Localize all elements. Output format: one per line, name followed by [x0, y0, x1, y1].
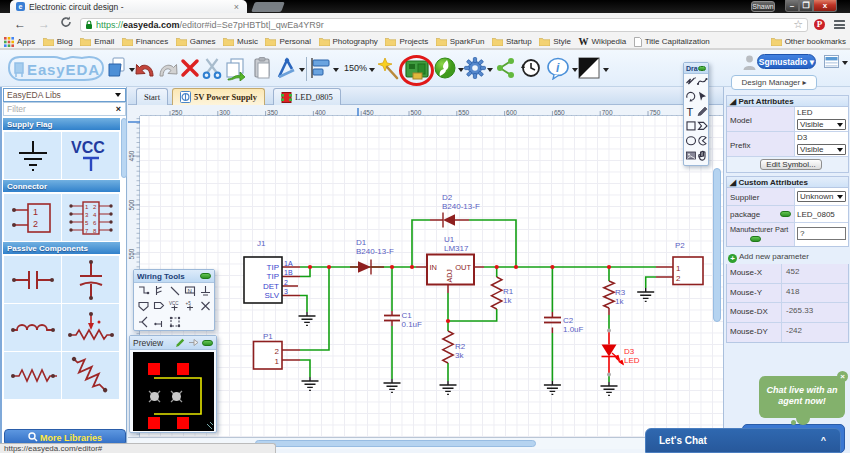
library-section-header[interactable]: Passive Components: [3, 241, 120, 255]
bookmark-item[interactable]: Email: [80, 36, 114, 47]
prefix-value-input[interactable]: D3: [797, 133, 846, 144]
filter-clear-icon[interactable]: ×: [116, 103, 121, 115]
bookmark-item[interactable]: Games: [176, 36, 216, 47]
window-minimize-button[interactable]: –: [785, 0, 799, 12]
library-item-resistor-diag[interactable]: [62, 352, 119, 399]
wizard-wand-icon[interactable]: [377, 57, 400, 80]
cut-icon[interactable]: [202, 57, 222, 79]
drawing-tool-polygon-icon[interactable]: [699, 122, 708, 129]
library-section-header[interactable]: Supply Flag: [3, 117, 120, 131]
wiring-tool-bus-entry-icon[interactable]: [171, 287, 179, 295]
sidebar-scrollbar-thumb[interactable]: [121, 118, 127, 178]
drawing-tool-caret[interactable]: [299, 68, 305, 72]
forward-icon[interactable]: →: [36, 16, 52, 32]
history-icon[interactable]: [520, 57, 542, 79]
drawing-tools-minimize-icon[interactable]: [698, 66, 706, 71]
bookmark-item[interactable]: Blog: [43, 36, 73, 47]
settings-caret[interactable]: [487, 68, 493, 72]
bookmark-item[interactable]: Personal: [265, 36, 311, 47]
align-caret[interactable]: [333, 68, 339, 72]
add-new-parameter[interactable]: +Add new parameter: [728, 252, 848, 263]
new-tab-button[interactable]: [251, 2, 285, 12]
settings-gear-icon[interactable]: [464, 57, 486, 79]
wiring-tool-junction-icon[interactable]: [154, 321, 161, 327]
model-value-input[interactable]: LED: [797, 108, 846, 119]
drawing-tools-titlebar[interactable]: Dra...: [684, 63, 708, 74]
library-item-inductor[interactable]: [4, 304, 61, 351]
pinterest-extension-icon[interactable]: P: [814, 19, 825, 30]
library-item-conn8[interactable]: 12345678: [62, 194, 119, 241]
wiring-tool-vcc-flag-icon[interactable]: VCC: [169, 301, 179, 311]
zoom-level[interactable]: 150%: [344, 63, 367, 73]
panel-layout-icon[interactable]: [824, 55, 839, 68]
window-close-button[interactable]: x: [813, 0, 837, 12]
manufacturer-visibility-pill[interactable]: [750, 236, 761, 242]
wiring-tool-probe-icon[interactable]: [139, 317, 147, 327]
tab-start[interactable]: Start: [136, 88, 168, 105]
drawing-tool-icon[interactable]: [276, 57, 298, 80]
wiring-tool-wire-icon[interactable]: [139, 287, 149, 294]
align-icon[interactable]: [311, 57, 331, 79]
bookmark-item[interactable]: Title Capitalization: [634, 36, 710, 47]
address-bar[interactable]: https://easyeda.com/editor#id=Se7pHBTbt|…: [80, 18, 808, 32]
design-manager-button[interactable]: Design Manager ▸: [731, 75, 817, 90]
wiring-tool-net-flag-icon[interactable]: [139, 303, 148, 311]
bookmark-item[interactable]: Startup: [492, 36, 532, 47]
libs-select[interactable]: EasyEDA Libs: [3, 88, 126, 102]
wiring-tool-group-select-icon[interactable]: [170, 317, 180, 327]
filter-input[interactable]: Filter×: [3, 102, 126, 116]
info-icon[interactable]: i: [546, 57, 570, 80]
other-bookmarks[interactable]: Other bookmarks: [771, 37, 846, 46]
drawing-tool-line-icon[interactable]: [698, 107, 707, 116]
wiring-tools-titlebar[interactable]: Wiring Tools: [134, 270, 214, 283]
apps-shortcut[interactable]: Apps: [4, 37, 35, 47]
wiring-tool-net-label-icon[interactable]: N: [186, 287, 195, 296]
wiring-tools-minimize-icon[interactable]: [200, 273, 211, 279]
lets-chat-bar[interactable]: Let's Chat ^: [645, 428, 841, 453]
package-visibility-pill[interactable]: [780, 211, 791, 217]
bookmark-item[interactable]: Style: [539, 36, 571, 47]
library-item-potentiometer[interactable]: [62, 304, 119, 351]
chat-bubble-close-icon[interactable]: ×: [837, 371, 848, 382]
drawing-tool-image-icon[interactable]: [687, 152, 696, 159]
custom-attributes-header[interactable]: ◢ Custom Attributes: [726, 176, 849, 188]
reload-icon[interactable]: [58, 16, 74, 32]
prefix-visibility-select[interactable]: Visible: [797, 144, 846, 155]
chrome-profile-button[interactable]: Shawn: [751, 1, 775, 12]
package-value-input[interactable]: LED_0805: [795, 206, 848, 222]
bookmark-item[interactable]: SparkFun: [436, 36, 485, 47]
bookmark-item[interactable]: Photography: [319, 36, 378, 47]
lets-chat-chevron-icon[interactable]: ^: [821, 435, 826, 445]
tab-close-icon[interactable]: ×: [234, 2, 241, 12]
canvas-vscrollbar-thumb[interactable]: [713, 168, 721, 322]
model-visibility-select[interactable]: Visible: [797, 119, 846, 130]
browser-tab[interactable]: e Electronic circuit design - ×: [10, 0, 247, 13]
tab-5v-power-supply[interactable]: 5V Power Supply: [172, 88, 265, 105]
wiring-tool-ground-flag-icon[interactable]: [201, 286, 210, 295]
drawing-tool-cursor-icon[interactable]: [699, 92, 706, 101]
library-item-cap-h[interactable]: [4, 256, 61, 303]
share-icon[interactable]: [496, 57, 516, 79]
undo-icon[interactable]: [134, 57, 156, 80]
drawing-tool-arc-icon[interactable]: [687, 92, 695, 101]
preview-minimize-icon[interactable]: [202, 340, 213, 346]
drawing-tool-pie-icon[interactable]: [699, 137, 706, 145]
drawing-tool-ellipse-icon[interactable]: [687, 137, 696, 145]
manufacturer-value-input[interactable]: ?: [797, 227, 846, 240]
theme-caret[interactable]: [603, 68, 609, 72]
edit-pencil-icon[interactable]: [175, 338, 185, 348]
supplier-select[interactable]: Unknown: [797, 191, 846, 202]
wiring-tool-bus-icon[interactable]: [157, 286, 162, 295]
paste-icon[interactable]: [252, 57, 272, 80]
bookmark-item[interactable]: Projects: [385, 36, 428, 47]
library-item-cap-v[interactable]: [62, 256, 119, 303]
panel-layout-caret[interactable]: [842, 61, 848, 65]
library-item-gnd[interactable]: [4, 132, 61, 179]
zoom-caret[interactable]: [369, 68, 375, 72]
bookmark-item[interactable]: Finances: [122, 36, 168, 47]
library-item-vcc[interactable]: VCC: [62, 132, 119, 179]
edit-symbol-button[interactable]: Edit Symbol...: [760, 159, 822, 170]
package-export-icon[interactable]: [188, 338, 199, 347]
drawing-tool-bezier-icon[interactable]: [697, 78, 708, 85]
bookmark-star-icon[interactable]: ☆: [793, 18, 803, 31]
